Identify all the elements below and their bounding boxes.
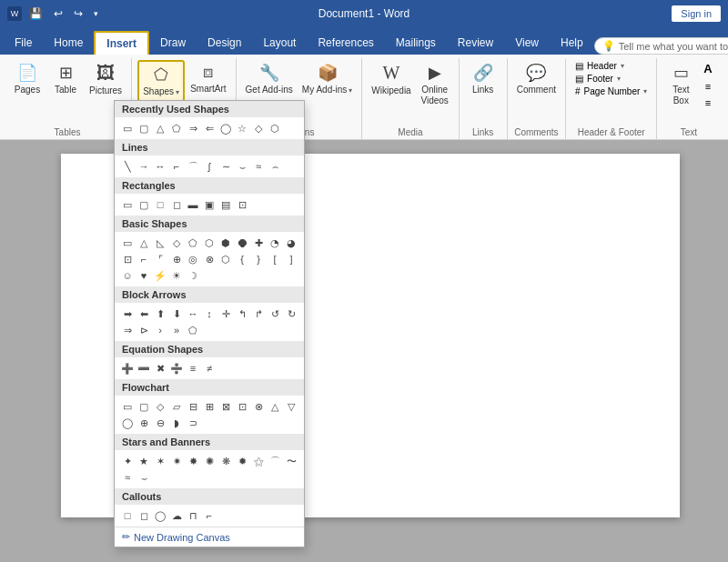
footer-button[interactable]: ▤ Footer ▾ bbox=[571, 73, 651, 85]
flow-decision[interactable]: ◇ bbox=[153, 399, 167, 414]
basic-pentagon[interactable]: ⬠ bbox=[186, 236, 200, 250]
wikipedia-button[interactable]: W Wikipedia bbox=[368, 60, 414, 99]
flow-process[interactable]: ▭ bbox=[120, 399, 135, 414]
basic-chord[interactable]: ◔ bbox=[268, 236, 282, 250]
tab-draw[interactable]: Draw bbox=[149, 31, 197, 55]
shape-pentagon[interactable]: ⬠ bbox=[169, 121, 184, 135]
rect-plain[interactable]: ▭ bbox=[120, 197, 135, 212]
arrow-right[interactable]: ➡ bbox=[120, 306, 135, 321]
basic-hexagon[interactable]: ⬡ bbox=[202, 236, 217, 250]
text-style-btn2[interactable]: ≡ bbox=[701, 79, 714, 94]
basic-smile[interactable]: ☺ bbox=[120, 268, 135, 283]
basic-heart[interactable]: ♥ bbox=[136, 268, 151, 283]
flow-sequential[interactable]: ⊡ bbox=[235, 399, 249, 414]
eq-equal[interactable]: ≡ bbox=[186, 361, 200, 376]
basic-brace2[interactable]: } bbox=[251, 252, 266, 266]
basic-frame[interactable]: ⊡ bbox=[120, 252, 135, 266]
flow-predefined[interactable]: ⊟ bbox=[186, 399, 200, 414]
text-box-button[interactable]: ▭ TextBox bbox=[662, 60, 699, 109]
my-addins-button[interactable]: 📦 My Add-ins ▾ bbox=[298, 60, 356, 98]
rect-rounded2[interactable]: ▣ bbox=[202, 197, 217, 212]
shape-diamond[interactable]: ◇ bbox=[251, 121, 266, 135]
undo-icon[interactable]: ↩ bbox=[50, 5, 66, 22]
tab-file[interactable]: File bbox=[4, 31, 43, 55]
flow-connector[interactable]: ◯ bbox=[120, 416, 135, 430]
callout-cloud[interactable]: ☁ bbox=[169, 508, 184, 523]
eq-multiply[interactable]: ✖ bbox=[153, 361, 167, 376]
redo-icon[interactable]: ↪ bbox=[70, 5, 86, 22]
basic-rect[interactable]: ▭ bbox=[120, 236, 135, 250]
line-connector[interactable]: ⌢ bbox=[268, 159, 282, 174]
rect-diagonal[interactable]: ▬ bbox=[186, 197, 200, 212]
online-videos-button[interactable]: ▶ OnlineVideos bbox=[417, 60, 453, 109]
banner-curved[interactable]: ⌒ bbox=[268, 454, 282, 468]
eq-plus[interactable]: ➕ bbox=[120, 361, 135, 376]
banner-double-wave[interactable]: ⌣ bbox=[136, 470, 151, 485]
flow-stored-data[interactable]: ⊞ bbox=[202, 399, 217, 414]
shape-left-arrow[interactable]: ⇐ bbox=[202, 121, 217, 135]
basic-bracket2[interactable]: ] bbox=[284, 252, 298, 266]
get-addins-button[interactable]: 🔧 Get Add-ins bbox=[242, 60, 297, 98]
arrow-up[interactable]: ⬆ bbox=[153, 306, 167, 321]
arrow-notched[interactable]: ⊳ bbox=[136, 323, 151, 337]
line-curve[interactable]: ⌒ bbox=[186, 159, 200, 174]
basic-sun[interactable]: ☀ bbox=[169, 268, 184, 283]
table-button[interactable]: ⊞ Table bbox=[47, 60, 84, 98]
shape-star[interactable]: ☆ bbox=[235, 121, 249, 135]
tell-me-input[interactable]: 💡 Tell me what you want to do bbox=[594, 37, 728, 55]
tab-help[interactable]: Help bbox=[550, 31, 594, 55]
arrow-pentagon[interactable]: ⬠ bbox=[186, 323, 200, 337]
links-button[interactable]: 🔗 Links bbox=[465, 60, 501, 98]
basic-corner[interactable]: ⌜ bbox=[153, 252, 167, 266]
smartart-button[interactable]: ⧈ SmartArt bbox=[187, 60, 229, 97]
shape-rect[interactable]: ▭ bbox=[120, 121, 135, 135]
line-arc[interactable]: ⌣ bbox=[235, 159, 249, 174]
basic-cube[interactable]: ⬡ bbox=[218, 252, 233, 266]
flow-data[interactable]: ▱ bbox=[169, 399, 184, 414]
rect-rounded[interactable]: ▢ bbox=[136, 197, 151, 212]
eq-not-equal[interactable]: ≠ bbox=[202, 361, 217, 376]
tab-insert[interactable]: Insert bbox=[94, 31, 149, 55]
shape-triangle[interactable]: △ bbox=[153, 121, 167, 135]
tab-mailings[interactable]: Mailings bbox=[385, 31, 447, 55]
arrow-down[interactable]: ⬇ bbox=[169, 306, 184, 321]
flow-summing[interactable]: ⊕ bbox=[136, 416, 151, 430]
flow-alt-process[interactable]: ▢ bbox=[136, 399, 151, 414]
star-4pt[interactable]: ✦ bbox=[120, 454, 135, 468]
arrow-bent-down[interactable]: ↱ bbox=[251, 306, 266, 321]
star-24pt[interactable]: ⚝ bbox=[251, 454, 266, 468]
star-8pt[interactable]: ✸ bbox=[186, 454, 200, 468]
eq-divide[interactable]: ➗ bbox=[169, 361, 184, 376]
star-5pt[interactable]: ★ bbox=[136, 454, 151, 468]
rect-snip[interactable]: □ bbox=[153, 197, 167, 212]
flow-merge[interactable]: ▽ bbox=[284, 399, 298, 414]
basic-bracket[interactable]: [ bbox=[268, 252, 282, 266]
line-double-arrow[interactable]: ↔ bbox=[153, 159, 167, 174]
basic-no[interactable]: ⊗ bbox=[202, 252, 217, 266]
callout-line[interactable]: ⊓ bbox=[186, 508, 200, 523]
line-zigzag[interactable]: ≈ bbox=[251, 159, 266, 174]
new-drawing-canvas-button[interactable]: ✏ New Drawing Canvas bbox=[115, 527, 304, 547]
shape-circle[interactable]: ◯ bbox=[218, 121, 233, 135]
shape-rounded-rect[interactable]: ▢ bbox=[136, 121, 151, 135]
basic-donut[interactable]: ◎ bbox=[186, 252, 200, 266]
tab-layout[interactable]: Layout bbox=[252, 31, 307, 55]
line-straight[interactable]: ╲ bbox=[120, 159, 135, 174]
flow-delay[interactable]: ◗ bbox=[169, 416, 184, 430]
comment-button[interactable]: 💬 Comment bbox=[513, 60, 560, 98]
callout-rect[interactable]: □ bbox=[120, 508, 135, 523]
arrow-chevron[interactable]: › bbox=[153, 323, 167, 337]
arrow-bent-up[interactable]: ↰ bbox=[235, 306, 249, 321]
basic-brace[interactable]: { bbox=[235, 252, 249, 266]
star-6pt[interactable]: ✶ bbox=[153, 454, 167, 468]
basic-lightning[interactable]: ⚡ bbox=[153, 268, 167, 283]
star-12pt[interactable]: ❋ bbox=[218, 454, 233, 468]
rect-corner[interactable]: ⊡ bbox=[235, 197, 249, 212]
shape-hexagon[interactable]: ⬡ bbox=[268, 121, 282, 135]
flow-sort[interactable]: ⊗ bbox=[251, 399, 266, 414]
arrow-lr[interactable]: ↔ bbox=[186, 306, 200, 321]
basic-rtriangle[interactable]: ◺ bbox=[153, 236, 167, 250]
tab-design[interactable]: Design bbox=[197, 31, 252, 55]
tab-references[interactable]: References bbox=[307, 31, 384, 55]
tab-review[interactable]: Review bbox=[447, 31, 504, 55]
